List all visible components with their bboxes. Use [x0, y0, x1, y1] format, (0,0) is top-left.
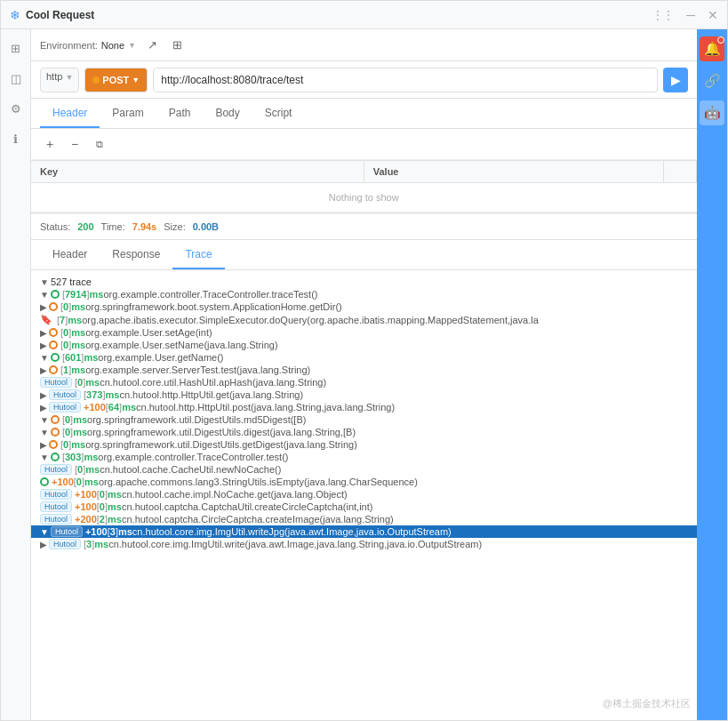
chevron-21[interactable] [40, 540, 47, 549]
chevron-12[interactable] [40, 428, 49, 437]
tab-body[interactable]: Body [203, 100, 252, 128]
ms-12: ms [73, 427, 87, 437]
protocol-value: http [46, 71, 62, 82]
method-1: org.example.controller.TraceController.t… [103, 289, 317, 300]
method-5: org.example.User.setName(java.lang.Strin… [85, 340, 277, 350]
time-value: 7.94s [132, 221, 157, 232]
trace-container[interactable]: 527 trace [ 7914 ] ms org.example.contro… [31, 270, 697, 720]
left-sidebar: ⊞ ◫ ⚙ ℹ [1, 29, 31, 720]
trace-item-11[interactable]: [ 0 ] ms org.springframework.util.Digest… [31, 413, 697, 426]
sidebar-icon-folder[interactable]: ◫ [4, 67, 28, 90]
env-chevron-icon: ▼ [128, 41, 136, 50]
protocol-selector[interactable]: http ▼ [40, 68, 79, 92]
prefix-17: +100 [75, 489, 97, 500]
tab-script[interactable]: Script [252, 100, 305, 128]
ms-5: ms [71, 340, 85, 350]
chevron-10[interactable] [40, 403, 47, 413]
prefix-18: +100 [75, 501, 97, 512]
trace-item-18[interactable]: Hutool +100 [ 0 ] ms cn.hutool.captcha.C… [31, 501, 697, 513]
ms-16: ms [84, 477, 99, 487]
header-toolbar: + − ⧉ [31, 129, 697, 160]
env-label: Environment: [40, 40, 98, 51]
ms-4: ms [71, 327, 85, 338]
sidebar-icon-info[interactable]: ℹ [4, 127, 28, 150]
chevron-7[interactable] [40, 365, 47, 375]
trace-item-15[interactable]: Hutool [ 0 ] ms cn.hutool.cache.CacheUti… [31, 463, 697, 476]
chevron-14[interactable] [40, 453, 49, 462]
grid-icon[interactable]: ⊞ [168, 36, 186, 54]
trace-root[interactable]: 527 trace [31, 276, 697, 288]
chevron-6[interactable] [40, 353, 49, 363]
chevron-2[interactable] [40, 302, 47, 312]
notification-bell-icon[interactable]: 🔔 [700, 36, 724, 61]
trace-item-17[interactable]: Hutool +100 [ 0 ] ms cn.hutool.cache.imp… [31, 488, 697, 501]
response-tab-response[interactable]: Response [100, 241, 172, 269]
chevron-9[interactable] [40, 390, 47, 400]
tab-param[interactable]: Param [100, 100, 156, 128]
trace-item-16[interactable]: +100 [ 0 ] ms org.apache.commons.lang3.S… [31, 476, 697, 488]
tab-path[interactable]: Path [156, 100, 204, 128]
sidebar-icon-gear[interactable]: ⚙ [4, 97, 28, 120]
tab-header[interactable]: Header [40, 100, 100, 128]
top-toolbar: Environment: None ▼ ↗ ⊞ [31, 29, 697, 61]
send-button[interactable]: ▶ [663, 68, 688, 92]
chevron-11[interactable] [40, 415, 49, 425]
method-selector[interactable]: POST ▼ [84, 68, 148, 92]
trace-item-3[interactable]: 🔖 [ 7 ] ms org.apache.ibatis.executor.Si… [31, 313, 697, 326]
ms-14: ms [84, 452, 98, 462]
method-2: org.springframework.boot.system.Applicat… [85, 301, 342, 312]
remove-header-button[interactable]: − [65, 134, 84, 154]
size-label: Size: [164, 221, 185, 232]
ms-3: ms [68, 315, 82, 325]
method-3: org.apache.ibatis.executor.SimpleExecuto… [82, 315, 539, 325]
robot-icon[interactable]: 🤖 [700, 100, 724, 125]
ms-13: ms [71, 439, 85, 450]
chevron-4[interactable] [40, 328, 47, 338]
sidebar-icon-layers[interactable]: ⊞ [4, 36, 28, 60]
method-4: org.example.User.setAge(int) [85, 327, 212, 338]
trace-item-4[interactable]: [ 0 ] ms org.example.User.setAge(int) [31, 326, 697, 339]
ms-6: ms [84, 352, 98, 363]
trace-item-12[interactable]: [ 0 ] ms org.springframework.util.Digest… [31, 426, 697, 438]
hutool-badge-9: Hutool [49, 389, 81, 400]
trace-item-19[interactable]: Hutool +200 [ 2 ] ms cn.hutool.captcha.C… [31, 513, 697, 525]
circle-7 [49, 365, 58, 374]
status-bar: Status: 200 Time: 7.94s Size: 0.00B [31, 213, 697, 240]
copy-header-button[interactable]: ⧉ [90, 134, 109, 154]
chevron-13[interactable] [40, 440, 47, 450]
prefix-19: +200 [75, 514, 97, 525]
minimize-btn[interactable]: ─ [686, 8, 695, 22]
time-label: Time: [101, 221, 125, 232]
trace-item-8[interactable]: Hutool [ 0 ] ms cn.hutool.core.util.Hash… [31, 376, 697, 389]
chevron-5[interactable] [40, 340, 47, 350]
trace-item-7[interactable]: [ 1 ] ms org.example.server.ServerTest.t… [31, 364, 697, 376]
trace-item-20[interactable]: Hutool +100 [ 3 ] ms cn.hutool.core.img.… [31, 525, 697, 538]
response-tab-trace[interactable]: Trace [172, 241, 224, 269]
trace-item-6[interactable]: [ 601 ] ms org.example.User.getName() [31, 351, 697, 364]
hutool-badge-20: Hutool [51, 526, 83, 537]
hutool-badge-10: Hutool [49, 402, 81, 413]
environment-selector[interactable]: Environment: None ▼ [40, 40, 136, 51]
close-btn[interactable]: ✕ [708, 8, 718, 22]
prefix-20: +100 [85, 526, 108, 537]
trace-item-5[interactable]: [ 0 ] ms org.example.User.setName(java.l… [31, 339, 697, 351]
share-icon[interactable]: ↗ [143, 36, 161, 54]
bookmark-icon-3: 🔖 [40, 314, 52, 325]
trace-item-1[interactable]: [ 7914 ] ms org.example.controller.Trace… [31, 288, 697, 300]
trace-item-14[interactable]: [ 303 ] ms org.example.controller.TraceC… [31, 451, 697, 463]
trace-item-2[interactable]: [ 0 ] ms org.springframework.boot.system… [31, 300, 697, 313]
chevron-root[interactable] [40, 277, 49, 287]
title-bar: ❄ Cool Request ⋮⋮ ─ ✕ [1, 1, 727, 29]
response-tab-header[interactable]: Header [40, 241, 100, 269]
link-icon[interactable]: 🔗 [700, 68, 724, 93]
chevron-20[interactable] [40, 527, 49, 537]
ms-10: ms [122, 402, 136, 413]
method-20: cn.hutool.core.img.ImgUtil.writeJpg(java… [132, 526, 452, 537]
add-header-button[interactable]: + [40, 134, 60, 154]
trace-item-9[interactable]: Hutool [ 373 ] ms cn.hutool.http.HttpUti… [31, 389, 697, 401]
chevron-1[interactable] [40, 290, 49, 300]
trace-item-13[interactable]: [ 0 ] ms org.springframework.util.Digest… [31, 438, 697, 451]
trace-item-21[interactable]: Hutool [ 3 ] ms cn.hutool.core.img.ImgUt… [31, 538, 697, 550]
url-input[interactable] [153, 68, 658, 92]
trace-item-10[interactable]: Hutool +100 [ 64 ] ms cn.hutool.http.Htt… [31, 401, 697, 413]
